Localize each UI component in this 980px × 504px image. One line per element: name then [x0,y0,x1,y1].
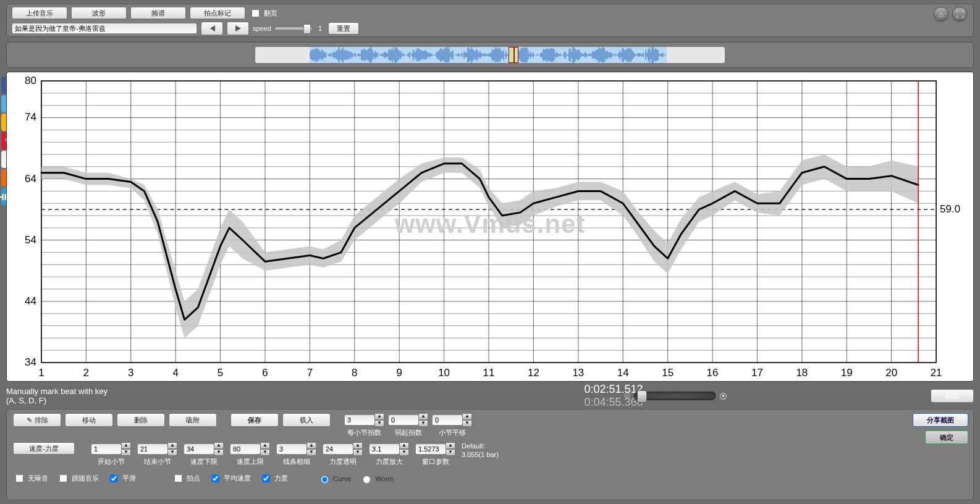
line-weight-field: ▲▼线条粗细 [276,442,316,466]
hint-line2: (A, S, D, F) [6,396,253,405]
svg-text:59.0: 59.0 [940,203,960,215]
reset-button[interactable]: 重置 [328,22,359,35]
svg-text:20: 20 [885,367,897,379]
time-total: 0:04:55.368 [253,396,974,409]
svg-text:6: 6 [262,367,268,379]
tempo-min-field: ▲▼速度下限 [184,442,224,466]
pickup-beats-field: ▲▼弱起拍数 [388,413,428,437]
default-label: Default: [462,442,485,450]
beat-checkbox[interactable]: 拍点 [172,472,200,484]
tempo-chart: 1234567891011121314151617181920213444546… [6,72,974,382]
speed-slider[interactable] [275,27,312,30]
home-icon[interactable]: ⌂ [934,7,948,22]
ok-button[interactable]: 确定 [925,430,968,444]
waveform-audio-region [310,47,667,63]
svg-text:15: 15 [662,367,674,379]
waveform-button[interactable]: 波形 [71,7,127,19]
svg-text:4: 4 [172,367,178,379]
speed-value: 1 [316,25,324,32]
play-button[interactable] [227,22,249,35]
window-param-field: ▲▼窗口参数 [415,442,455,466]
svg-text:64: 64 [25,173,36,185]
save-button[interactable]: 保存 [230,413,279,427]
svg-text:34: 34 [25,356,36,368]
beat-mark-button[interactable]: 拍点标记 [190,7,245,19]
waveform-overview [6,42,974,68]
svg-text:13: 13 [572,367,584,379]
svg-text:17: 17 [751,367,763,379]
curve-radio[interactable]: Curve [318,474,351,484]
svg-text:18: 18 [796,367,808,379]
zoom-slider[interactable] [634,392,716,400]
start-bar-field: ▲▼开始小节 [91,442,131,466]
snap-button[interactable]: 吸附 [169,413,217,427]
hint-line1: Manually mark beat with key [6,387,253,396]
delete-button[interactable]: 删除 [117,413,165,427]
waveform-svg [310,47,667,63]
share-screenshot-button[interactable]: 分享截图 [913,413,968,427]
svg-text:54: 54 [25,234,36,246]
svg-text:9: 9 [396,367,402,379]
svg-text:10: 10 [438,367,450,379]
tempo-dynamics-button[interactable]: 速度-力度 [13,442,75,455]
worm-radio[interactable]: Worm [360,474,393,484]
top-toolbar: 上传音乐 波形 频谱 拍点标记 翻页 speed 1 重置 ⌂ ⛶ [6,4,974,37]
dyn-scale-field: ▲▼力度放大 [369,442,409,466]
load-button[interactable]: 载入 [282,413,331,427]
svg-text:14: 14 [617,367,629,379]
spectrum-button[interactable]: 频谱 [130,7,186,19]
fullscreen-icon[interactable]: ⛶ [952,7,967,22]
move-button[interactable]: 移动 [65,413,113,427]
svg-text:44: 44 [25,295,36,307]
bottom-panel: ✎排除 移动 删除 吸附 保存 载入 ▲▼每小节拍数 ▲▼弱起拍数 ▲▼小节平移… [6,409,974,500]
end-bar-field: ▲▼结束小节 [137,442,177,466]
time-current: 0:02:51.512 [253,383,974,396]
svg-text:3: 3 [128,367,133,379]
prev-button[interactable] [201,22,223,35]
default-value: 3.055(1 bar) [462,451,499,458]
bar-offset-field: ▲▼小节平移 [432,413,472,437]
waveform-cursor[interactable] [509,47,518,63]
waveform-track[interactable] [255,46,725,64]
svg-text:80: 80 [25,75,36,86]
zoom-in-icon[interactable]: ⦿ [719,392,727,401]
upload-music-button[interactable]: 上传音乐 [12,7,67,19]
svg-text:2: 2 [83,367,89,379]
svg-text:19: 19 [841,367,853,379]
no-noise-checkbox[interactable]: 无噪音 [13,472,48,484]
flip-page-label: 翻页 [264,9,277,18]
svg-text:16: 16 [707,367,719,379]
svg-text:74: 74 [25,111,36,123]
zoom-out-icon[interactable]: ⦾ [624,391,630,401]
svg-text:5: 5 [218,367,223,379]
follow-music-checkbox[interactable]: 跟随音乐 [57,472,99,484]
tempo-max-field: ▲▼速度上限 [230,442,270,466]
status-bar: Manually mark beat with key (A, S, D, F)… [6,385,974,406]
beats-per-bar-field: ▲▼每小节拍数 [344,413,384,437]
smooth-checkbox[interactable]: 平滑 [108,472,136,484]
track-title-input[interactable] [12,23,197,34]
svg-text:11: 11 [483,367,495,379]
exclude-button[interactable]: ✎排除 [13,413,61,427]
screenshot-button[interactable]: 截图 [931,389,974,403]
svg-text:7: 7 [307,367,313,379]
avg-tempo-checkbox[interactable]: 平均速度 [209,472,251,484]
dyn-trans-field: ▲▼力度透明 [323,442,363,466]
svg-text:8: 8 [352,367,357,379]
flip-page-checkbox[interactable]: 翻页 [249,7,277,19]
svg-text:21: 21 [931,367,942,379]
svg-text:12: 12 [528,367,539,379]
svg-text:www.Vmus.net: www.Vmus.net [394,209,586,238]
speed-label: speed [253,25,271,32]
svg-text:1: 1 [38,367,44,379]
dynamics-checkbox[interactable]: 力度 [260,472,288,484]
